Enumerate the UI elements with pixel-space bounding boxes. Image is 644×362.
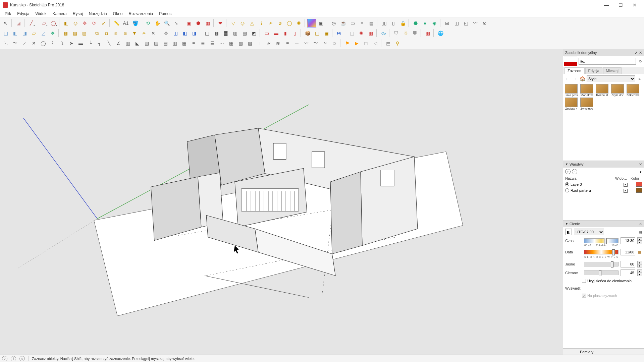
wavy-tool[interactable]: ⌇	[48, 39, 57, 48]
corner1-tool[interactable]: └	[86, 39, 95, 48]
break2-tool[interactable]: ⧈	[102, 29, 111, 38]
layer-row[interactable]: Rzut parteru ✔	[563, 187, 644, 193]
coffee-tool[interactable]: ☕	[339, 19, 347, 27]
text-tool[interactable]: A1	[121, 19, 130, 27]
shield2-tool[interactable]: ⛊	[411, 29, 419, 38]
brick-tool[interactable]: ▦	[423, 29, 432, 38]
style-swatch[interactable]	[580, 98, 593, 107]
menu-edycja[interactable]: Edycja	[14, 11, 32, 17]
spin-down[interactable]: ▼	[637, 273, 642, 276]
calendar-icon[interactable]: ▦	[637, 250, 642, 254]
arrow3-tool[interactable]: ➯	[330, 39, 339, 48]
visible-checkbox[interactable]: ✔	[624, 183, 628, 187]
person-icon[interactable]: ☺	[19, 356, 25, 361]
zoom-extents-tool[interactable]: ⤡	[172, 19, 180, 27]
pkg-tool[interactable]: 📦	[303, 29, 312, 38]
pin-icon[interactable]: ⤢	[635, 51, 638, 55]
fence2-tool[interactable]: ⫻	[264, 39, 273, 48]
info-icon[interactable]: i	[11, 356, 16, 361]
layers5-tool[interactable]: ▦	[227, 39, 235, 48]
lines3-tool[interactable]: ═	[292, 39, 301, 48]
remove-layer-button[interactable]: −	[572, 169, 577, 174]
curve-tool[interactable]: 〜	[11, 39, 19, 48]
person-tool[interactable]: ☃	[401, 29, 410, 38]
dark4-tool[interactable]: ▥	[231, 29, 239, 38]
dark-input[interactable]	[621, 269, 635, 276]
style-swatch[interactable]	[580, 84, 593, 94]
warehouse-tool[interactable]: ▣	[184, 19, 193, 27]
c3-tool[interactable]: C₃	[379, 29, 388, 38]
shield-tool[interactable]: ⛉	[392, 29, 400, 38]
fan2-tool[interactable]: 〜	[311, 39, 320, 48]
viewport-3d[interactable]	[0, 49, 563, 355]
dark6-tool[interactable]: ◩	[250, 29, 258, 38]
node-tool[interactable]: ⋱	[1, 39, 10, 48]
circle-tool[interactable]: ◯▾	[49, 19, 58, 27]
offset-tool[interactable]: ◎	[71, 19, 80, 27]
color-swatch[interactable]	[636, 182, 642, 187]
red2-tool[interactable]: ▬	[272, 29, 280, 38]
spin-up[interactable]: ▲	[637, 269, 642, 273]
stamp-tool[interactable]: ▼	[130, 29, 139, 38]
pan-tool[interactable]: ✋	[153, 19, 162, 27]
move-tool[interactable]: ✥	[80, 19, 89, 27]
tape-tool[interactable]: 📏	[112, 19, 121, 27]
menu-rozszerzenia[interactable]: Rozszerzenia	[126, 11, 156, 17]
plane-tool[interactable]: ▱	[30, 29, 38, 38]
cube2-tool[interactable]: ◧	[11, 29, 19, 38]
window1-tool[interactable]: ▯▯	[380, 19, 388, 27]
layer-radio[interactable]	[565, 182, 569, 186]
cube-tool[interactable]: ◫	[1, 29, 10, 38]
triangle-tool[interactable]: △	[248, 19, 256, 27]
menu-pomoc[interactable]: Pomoc	[156, 11, 174, 17]
maximize-button[interactable]: ☐	[614, 1, 627, 9]
pkg3-tool[interactable]: ▣	[322, 29, 331, 38]
close-button[interactable]: ✕	[628, 1, 641, 9]
pkg2-tool[interactable]: ◫	[313, 29, 321, 38]
panels-tool[interactable]: ▤	[367, 19, 376, 27]
close-tray-icon[interactable]: ✕	[639, 51, 642, 55]
style-name-input[interactable]	[579, 58, 636, 65]
rect-tool[interactable]: ▭	[348, 19, 357, 27]
globe2-tool[interactable]: 🌐	[436, 29, 445, 38]
collapse-icon[interactable]: ▼	[565, 222, 568, 226]
break3-tool[interactable]: ⧇	[111, 29, 120, 38]
scale-tool[interactable]: ⤢	[99, 19, 108, 27]
light-input[interactable]	[621, 261, 635, 267]
hatch3-tool[interactable]: ▤	[161, 39, 170, 48]
style-folder-select[interactable]: Style	[587, 75, 635, 82]
hatch1-tool[interactable]: ▧	[142, 39, 151, 48]
sun2-tool[interactable]: ✺	[294, 19, 303, 27]
fan1-tool[interactable]: 〰	[302, 39, 311, 48]
bluebox2-tool[interactable]: ◧	[180, 29, 189, 38]
date-slider[interactable]: SLMKMCLSWPLG	[584, 250, 619, 254]
close-layers-icon[interactable]: ✕	[639, 162, 642, 167]
detail-arrow-icon[interactable]: ▸	[637, 76, 643, 82]
hatch4-tool[interactable]: ▥	[170, 39, 179, 48]
window2-tool[interactable]: ▯	[389, 19, 398, 27]
color-sample-tool[interactable]	[307, 19, 316, 27]
select-all-tool[interactable]: ▣	[317, 19, 325, 27]
break1-tool[interactable]: ⧉	[93, 29, 101, 38]
house-tool[interactable]: ⬒	[384, 39, 392, 48]
tree2-tool[interactable]: ●	[421, 19, 429, 27]
refresh-icon[interactable]: ⟳	[637, 58, 643, 64]
sun-grid-tool[interactable]: ✺	[357, 29, 366, 38]
x-tool[interactable]: ✕	[30, 39, 38, 48]
style-swatch[interactable]	[611, 84, 624, 94]
hatch7-tool[interactable]: ▧	[246, 39, 254, 48]
select-tool[interactable]: ↖	[1, 19, 10, 27]
hatch6-tool[interactable]: ▨	[236, 39, 245, 48]
help-icon[interactable]: ?	[2, 356, 7, 361]
fan3-tool[interactable]: ༄	[321, 39, 329, 48]
dark-slider[interactable]	[584, 270, 619, 275]
arrow-tool[interactable]: ➤	[67, 39, 76, 48]
hatch2-tool[interactable]: ▨	[152, 39, 160, 48]
menu-plik[interactable]: Plik	[2, 11, 14, 17]
no-tool[interactable]: ⊘	[480, 19, 489, 27]
menu-narzedzia[interactable]: Narzędzia	[86, 11, 110, 17]
tab-edycja[interactable]: Edycja	[585, 67, 602, 74]
tree1-tool[interactable]: ⬣	[411, 19, 420, 27]
clock-tool[interactable]: ◷	[329, 19, 338, 27]
move2-tool[interactable]: ✥	[162, 29, 170, 38]
